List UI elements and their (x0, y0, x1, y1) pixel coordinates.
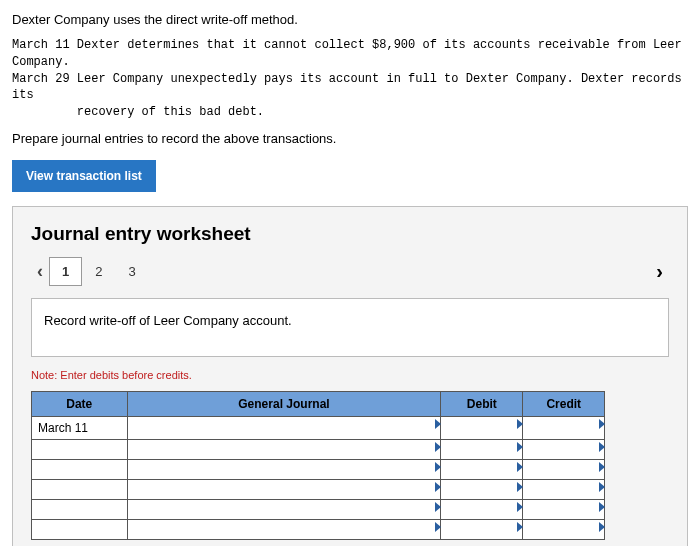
next-arrow-icon[interactable]: › (650, 260, 669, 283)
worksheet-title: Journal entry worksheet (31, 223, 669, 245)
tab-1[interactable]: 1 (49, 257, 82, 286)
header-date: Date (32, 391, 128, 416)
cell-debit[interactable] (441, 479, 523, 499)
cell-date[interactable] (32, 439, 128, 459)
cell-general-journal[interactable] (127, 499, 441, 519)
table-body: March 11 (32, 416, 605, 539)
cell-general-journal[interactable] (127, 479, 441, 499)
tab-2[interactable]: 2 (82, 257, 115, 286)
entry-prompt: Record write-off of Leer Company account… (31, 298, 669, 357)
cell-credit[interactable] (523, 459, 605, 479)
pager-left: ‹ 1 2 3 (31, 257, 149, 286)
cell-general-journal[interactable] (127, 416, 441, 439)
table-row: March 11 (32, 416, 605, 439)
header-credit: Credit (523, 391, 605, 416)
cell-debit[interactable] (441, 519, 523, 539)
table-row (32, 439, 605, 459)
prepare-instruction: Prepare journal entries to record the ab… (12, 131, 688, 146)
cell-general-journal[interactable] (127, 439, 441, 459)
view-transaction-list-button[interactable]: View transaction list (12, 160, 156, 192)
cell-credit[interactable] (523, 479, 605, 499)
journal-entry-table: Date General Journal Debit Credit March … (31, 391, 605, 540)
prev-arrow-icon[interactable]: ‹ (31, 261, 49, 282)
cell-credit[interactable] (523, 416, 605, 439)
table-row (32, 459, 605, 479)
cell-credit[interactable] (523, 439, 605, 459)
table-row (32, 519, 605, 539)
header-debit: Debit (441, 391, 523, 416)
cell-date[interactable] (32, 499, 128, 519)
debits-before-credits-note: Note: Enter debits before credits. (31, 369, 669, 381)
pager-row: ‹ 1 2 3 › (31, 257, 669, 286)
cell-general-journal[interactable] (127, 459, 441, 479)
journal-entry-worksheet: Journal entry worksheet ‹ 1 2 3 › Record… (12, 206, 688, 546)
events-block: March 11 Dexter determines that it canno… (12, 37, 688, 121)
cell-debit[interactable] (441, 416, 523, 439)
cell-debit[interactable] (441, 439, 523, 459)
intro-text: Dexter Company uses the direct write-off… (12, 12, 688, 27)
cell-date[interactable] (32, 459, 128, 479)
tab-3[interactable]: 3 (115, 257, 148, 286)
header-general-journal: General Journal (127, 391, 441, 416)
cell-debit[interactable] (441, 499, 523, 519)
table-row (32, 499, 605, 519)
cell-debit[interactable] (441, 459, 523, 479)
cell-date[interactable] (32, 479, 128, 499)
cell-date[interactable]: March 11 (32, 416, 128, 439)
cell-date[interactable] (32, 519, 128, 539)
cell-credit[interactable] (523, 499, 605, 519)
cell-general-journal[interactable] (127, 519, 441, 539)
table-row (32, 479, 605, 499)
cell-credit[interactable] (523, 519, 605, 539)
